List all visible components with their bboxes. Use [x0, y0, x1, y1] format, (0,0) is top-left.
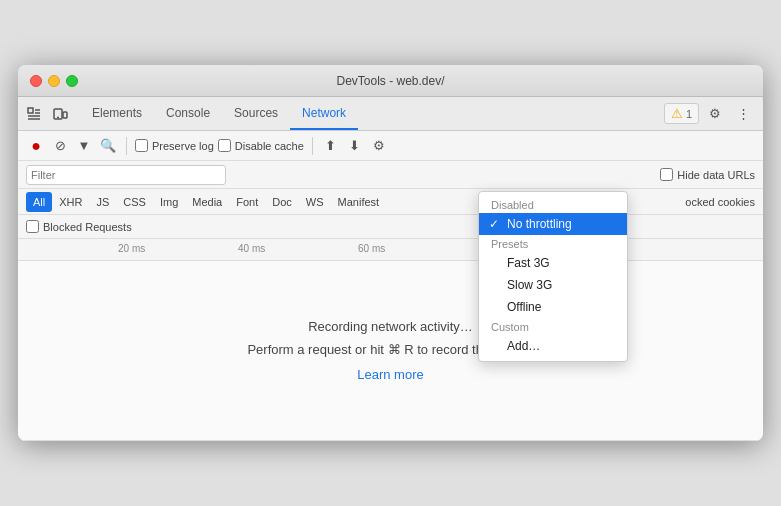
menu-item-fast-3g[interactable]: Fast 3G [479, 252, 627, 274]
title-bar: DevTools - web.dev/ [18, 65, 763, 97]
window-title: DevTools - web.dev/ [336, 74, 444, 88]
filter-input-wrap [26, 165, 226, 185]
menu-item-offline[interactable]: Offline [479, 296, 627, 318]
type-pill-doc[interactable]: Doc [265, 192, 299, 212]
blocked-cookies-text: ocked cookies [685, 196, 755, 208]
more-icon[interactable]: ⋮ [731, 102, 755, 126]
blocked-requests-checkbox[interactable] [26, 220, 39, 233]
inspect-icon[interactable] [22, 102, 46, 126]
device-mode-icon[interactable] [48, 102, 72, 126]
type-pill-js[interactable]: JS [89, 192, 116, 212]
record-button[interactable]: ● [26, 136, 46, 156]
tab-network[interactable]: Network [290, 97, 358, 130]
warning-icon: ⚠ [671, 106, 683, 121]
filter-button[interactable]: ▼ [74, 136, 94, 156]
tab-elements[interactable]: Elements [80, 97, 154, 130]
tick-20ms: 20 ms [118, 243, 145, 254]
filter-input[interactable] [31, 169, 221, 181]
tick-60ms: 60 ms [358, 243, 385, 254]
type-filter-bar: All XHR JS CSS Img Media Font Doc [18, 189, 763, 215]
filter-bar: Hide data URLs [18, 161, 763, 189]
svg-rect-6 [63, 112, 67, 118]
devtools-body: ● ⊘ ▼ 🔍 Preserve log Disable cache ⬆ ⬇ ⚙ [18, 131, 763, 441]
tab-right-actions: ⚠ 1 ⚙ ⋮ [664, 102, 755, 126]
preserve-log-checkbox[interactable]: Preserve log [135, 139, 214, 152]
type-pill-ws[interactable]: WS [299, 192, 331, 212]
close-button[interactable] [30, 75, 42, 87]
menu-item-no-throttling[interactable]: No throttling [479, 213, 627, 235]
menu-item-slow-3g[interactable]: Slow 3G [479, 274, 627, 296]
type-pill-css[interactable]: CSS [116, 192, 153, 212]
search-button[interactable]: 🔍 [98, 136, 118, 156]
blocked-requests-label[interactable]: Blocked Requests [43, 221, 132, 233]
upload-icon[interactable]: ⬆ [321, 136, 341, 156]
network-settings-icon[interactable]: ⚙ [369, 136, 389, 156]
type-pill-img[interactable]: Img [153, 192, 185, 212]
type-pill-manifest[interactable]: Manifest [331, 192, 387, 212]
hide-data-urls-checkbox[interactable]: Hide data URLs [660, 168, 755, 181]
dropdown-header-disabled: Disabled [479, 196, 627, 213]
download-icon[interactable]: ⬇ [345, 136, 365, 156]
separator [126, 137, 127, 155]
network-toolbar: ● ⊘ ▼ 🔍 Preserve log Disable cache ⬆ ⬇ ⚙ [18, 131, 763, 161]
recording-text: Recording network activity… [308, 319, 473, 334]
type-pill-all[interactable]: All [26, 192, 52, 212]
tab-console[interactable]: Console [154, 97, 222, 130]
learn-more-link[interactable]: Learn more [357, 367, 423, 382]
type-pill-media[interactable]: Media [185, 192, 229, 212]
type-pill-font[interactable]: Font [229, 192, 265, 212]
dropdown-header-presets: Presets [479, 235, 627, 252]
tab-sources[interactable]: Sources [222, 97, 290, 130]
traffic-lights [30, 75, 78, 87]
type-pill-xhr[interactable]: XHR [52, 192, 89, 212]
tick-40ms: 40 ms [238, 243, 265, 254]
disable-cache-checkbox[interactable]: Disable cache [218, 139, 304, 152]
separator2 [312, 137, 313, 155]
tab-left-icons [22, 102, 72, 126]
warning-badge[interactable]: ⚠ 1 [664, 103, 699, 124]
throttling-dropdown: Disabled No throttling Presets Fast 3G S… [478, 191, 628, 362]
svg-rect-0 [28, 108, 33, 113]
dropdown-header-custom: Custom [479, 318, 627, 335]
timeline-header: 20 ms 40 ms 60 ms 100 ms [18, 239, 763, 261]
maximize-button[interactable] [66, 75, 78, 87]
clear-button[interactable]: ⊘ [50, 136, 70, 156]
blocked-requests-row: Blocked Requests [18, 215, 763, 239]
devtools-window: DevTools - web.dev/ [18, 65, 763, 441]
tab-list: Elements Console Sources Network [80, 97, 664, 130]
settings-icon[interactable]: ⚙ [703, 102, 727, 126]
menu-item-add[interactable]: Add… [479, 335, 627, 357]
main-content: Recording network activity… Perform a re… [18, 261, 763, 441]
devtools-tab-bar: Elements Console Sources Network ⚠ 1 ⚙ ⋮ [18, 97, 763, 131]
minimize-button[interactable] [48, 75, 60, 87]
